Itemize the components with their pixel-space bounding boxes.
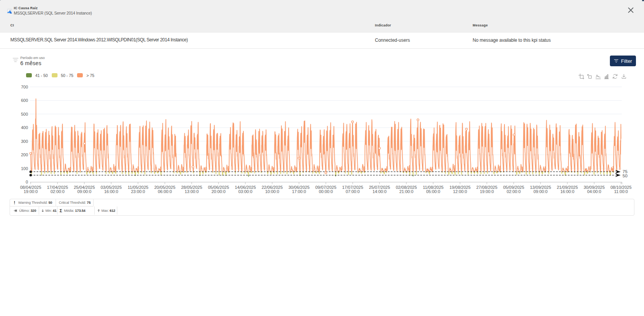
svg-text:19:00:0: 19:00:0	[24, 189, 38, 194]
svg-text:06:00:0: 06:00:0	[158, 189, 172, 194]
svg-text:16:00:0: 16:00:0	[560, 189, 575, 194]
svg-text:12:00:0: 12:00:0	[453, 189, 467, 194]
svg-text:04:00:0: 04:00:0	[587, 189, 601, 194]
svg-text:19:00:0: 19:00:0	[480, 189, 494, 194]
svg-text:10:00:0: 10:00:0	[265, 189, 279, 194]
svg-text:0: 0	[26, 180, 28, 184]
svg-text:400: 400	[21, 125, 28, 130]
svg-text:100: 100	[21, 166, 28, 171]
svg-text:09:00:0: 09:00:0	[534, 189, 548, 194]
svg-text:07:00:0: 07:00:0	[346, 189, 360, 194]
svg-text:02:00:0: 02:00:0	[51, 189, 65, 194]
svg-text:00:00:0: 00:00:0	[319, 189, 333, 194]
svg-text:600: 600	[21, 98, 28, 103]
svg-text:50: 50	[623, 174, 628, 178]
svg-text:20:00:0: 20:00:0	[212, 189, 226, 194]
svg-text:500: 500	[21, 112, 28, 116]
svg-text:17:00:0: 17:00:0	[292, 189, 306, 194]
svg-text:14:00:0: 14:00:0	[373, 189, 387, 194]
svg-text:13:00:0: 13:00:0	[185, 189, 199, 194]
svg-text:300: 300	[21, 139, 28, 144]
svg-text:09:00:0: 09:00:0	[77, 189, 92, 194]
svg-text:05:00:0: 05:00:0	[426, 189, 440, 194]
svg-text:21:00:0: 21:00:0	[399, 189, 414, 194]
svg-text:03:00:0: 03:00:0	[238, 189, 253, 194]
svg-text:11:00:0: 11:00:0	[614, 189, 628, 194]
svg-text:16:00:0: 16:00:0	[104, 189, 118, 194]
svg-text:02:00:0: 02:00:0	[507, 189, 521, 194]
svg-text:23:00:0: 23:00:0	[131, 189, 145, 194]
svg-text:700: 700	[21, 85, 28, 89]
svg-text:200: 200	[21, 152, 28, 157]
